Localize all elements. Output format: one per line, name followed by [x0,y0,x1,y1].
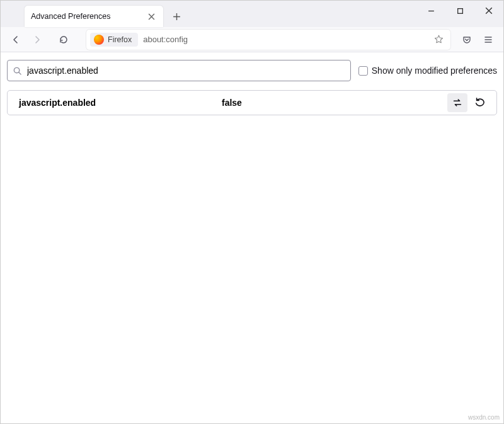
bookmark-star-icon[interactable] [433,34,444,45]
titlebar: Advanced Preferences [1,1,503,27]
preference-actions [447,93,496,112]
preference-row: javascript.enabled false [7,90,497,115]
toggle-button[interactable] [447,93,467,112]
forward-button[interactable] [27,30,47,50]
preference-name: javascript.enabled [8,98,222,108]
close-tab-icon[interactable] [146,11,157,22]
browser-tab[interactable]: Advanced Preferences [25,6,163,27]
search-box [7,60,351,81]
pocket-button[interactable] [457,30,477,50]
svg-rect-0 [457,8,462,13]
url-text: about:config [140,35,188,44]
app-menu-button[interactable] [478,30,498,50]
tab-title: Advanced Preferences [31,12,110,21]
close-window-button[interactable] [474,1,503,21]
search-icon [13,66,22,76]
minimize-button[interactable] [416,1,445,21]
show-modified-option[interactable]: Show only modified preferences [358,66,497,76]
identity-label: Firefox [108,35,132,44]
window-controls [416,1,503,23]
reset-button[interactable] [470,93,490,112]
reload-button[interactable] [54,30,74,50]
watermark: wsxdn.com [468,414,500,421]
search-row: Show only modified preferences [7,60,497,81]
firefox-logo-icon [94,35,104,45]
search-input[interactable] [27,66,345,76]
nav-toolbar: Firefox about:config [1,27,503,52]
back-button[interactable] [6,30,26,50]
show-modified-checkbox[interactable] [358,66,368,76]
preference-value: false [222,98,447,108]
maximize-button[interactable] [445,1,474,21]
show-modified-label: Show only modified preferences [372,66,497,76]
new-tab-button[interactable] [167,7,186,26]
url-bar[interactable]: Firefox about:config [86,30,450,50]
page-content: Show only modified preferences javascrip… [1,52,503,123]
identity-box[interactable]: Firefox [90,33,138,47]
